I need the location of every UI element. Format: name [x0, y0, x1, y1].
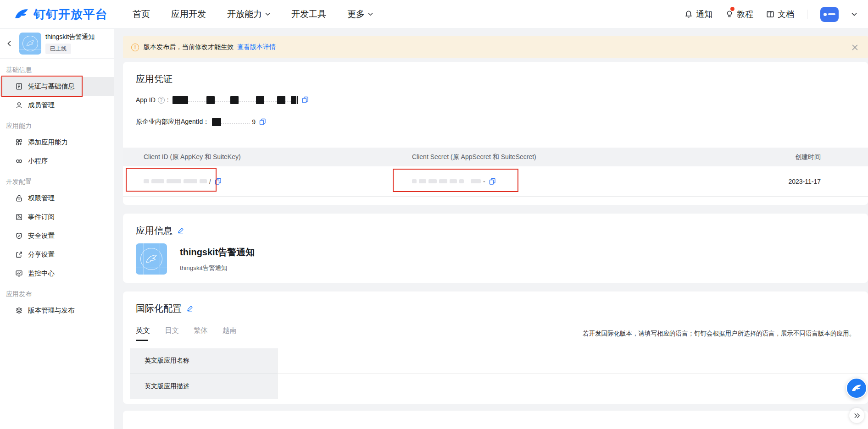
- app-name: thingskit告警通知: [180, 246, 255, 258]
- app-icon-large: [136, 243, 167, 275]
- close-icon: [852, 44, 858, 50]
- client-secret-cell: -: [412, 178, 788, 185]
- english-app-description-value: [278, 374, 868, 399]
- primary-nav: 首页 应用开发 开放能力 开发工具 更多: [133, 8, 373, 20]
- next-card-partial: [123, 411, 868, 429]
- tab-japanese[interactable]: 日文: [165, 326, 179, 341]
- sidebar-item-credentials[interactable]: 凭证与基础信息: [0, 77, 114, 96]
- sidebar-item-security[interactable]: 安全设置: [0, 226, 114, 245]
- sidebar-item-members[interactable]: 成员管理: [0, 96, 114, 115]
- doc-icon: [766, 10, 774, 18]
- nav-dev-tools[interactable]: 开发工具: [291, 8, 326, 20]
- notifications-button[interactable]: 通知: [684, 9, 712, 20]
- wing-icon: [145, 253, 158, 265]
- edit-pencil-icon: [177, 227, 184, 235]
- client-id-header: Client ID (原 AppKey 和 SuiteKey): [144, 153, 412, 161]
- customer-service-button[interactable]: [846, 378, 867, 399]
- app-description: thingskit告警通知: [180, 264, 255, 272]
- logo-text: 钉钉开放平台: [33, 6, 108, 22]
- nav-right-utils: 通知 教程 文档: [684, 7, 857, 22]
- nav-more[interactable]: 更多: [347, 8, 373, 20]
- sidebar-section-basic-info: 基础信息: [0, 59, 114, 77]
- app-id-row: App ID ? :: [136, 94, 868, 105]
- i18n-config-card: 国际化配置 英文 日文 繁体 越南 若开发国际化版本，请填写相应的语言；钉钉会根…: [123, 292, 868, 404]
- collapse-panel-button[interactable]: [849, 408, 864, 423]
- i18n-row-app-name: 英文版应用名称: [130, 348, 868, 374]
- double-chevron-right-icon: [854, 412, 860, 419]
- version-icon: [15, 307, 23, 314]
- main-content: ! 版本发布后，当前修改才能生效 查看版本详情 应用凭证 App ID ? : …: [114, 29, 868, 429]
- view-version-details-link[interactable]: 查看版本详情: [237, 43, 276, 51]
- copy-client-secret-button[interactable]: [489, 178, 496, 185]
- sidebar-section-dev-config: 开发配置: [0, 170, 114, 189]
- org-avatar[interactable]: [820, 7, 839, 22]
- sidebar: thingskit告警通知 已上线 基础信息 凭证与基础信息 成员管理 应用能力…: [0, 29, 114, 429]
- nav-app-dev[interactable]: 应用开发: [171, 8, 206, 20]
- sidebar-item-add-capability[interactable]: 添加应用能力: [0, 133, 114, 152]
- credentials-table-row: / - 2023-11-17: [123, 166, 868, 197]
- tab-vietnamese[interactable]: 越南: [223, 326, 237, 341]
- language-tabs: 英文 日文 繁体 越南: [136, 326, 237, 341]
- sidebar-app-name: thingskit告警通知: [45, 33, 95, 41]
- tab-traditional-chinese[interactable]: 繁体: [194, 326, 208, 341]
- created-at-header: 创建时间: [795, 153, 821, 161]
- sidebar-item-permissions[interactable]: 权限管理: [0, 189, 114, 208]
- english-app-name-label: 英文版应用名称: [130, 348, 278, 374]
- sidebar-menu: 基础信息 凭证与基础信息 成员管理 应用能力 添加应用能力 小程序 开发配置 权…: [0, 59, 114, 320]
- app-info-card: 应用信息 thingskit告警通知 thingskit告警通知: [123, 214, 868, 283]
- security-icon: [15, 232, 23, 240]
- dingtalk-wing-icon: [14, 8, 29, 21]
- tutorial-button[interactable]: 教程: [725, 9, 753, 20]
- copy-client-id-button[interactable]: [215, 178, 222, 185]
- copy-icon: [215, 178, 222, 185]
- agent-id-row: 原企业内部应用AgentId： 9: [136, 116, 868, 127]
- dingtalk-logo[interactable]: 钉钉开放平台: [14, 6, 108, 22]
- nav-home[interactable]: 首页: [133, 8, 150, 20]
- client-secret-trailing-char: -: [483, 178, 485, 185]
- app-info-title: 应用信息: [136, 225, 855, 237]
- i18n-tabs-row: 英文 日文 繁体 越南 若开发国际化版本，请填写相应的语言；钉钉会根据用户所选择…: [136, 326, 855, 341]
- sidebar-item-version-release[interactable]: 版本管理与发布: [0, 301, 114, 320]
- miniapp-icon: [15, 157, 23, 165]
- client-secret-header: Client Secret (原 AppSecret 和 SuiteSecret…: [412, 153, 795, 161]
- i18n-hint-text: 若开发国际化版本，请填写相应的语言；钉钉会根据用户所选择的语言，展示不同语言版本…: [583, 330, 855, 338]
- i18n-title: 国际化配置: [123, 302, 868, 315]
- dingtalk-wing-icon: [851, 384, 862, 393]
- credentials-title: 应用凭证: [123, 73, 868, 85]
- edit-app-info-button[interactable]: [177, 227, 184, 235]
- sidebar-item-share-settings[interactable]: 分享设置: [0, 245, 114, 264]
- help-icon[interactable]: ?: [158, 97, 165, 104]
- client-id-trailing-char: /: [209, 178, 211, 185]
- app-icon: [19, 33, 41, 55]
- edit-pencil-icon: [186, 305, 194, 313]
- back-button[interactable]: [4, 34, 15, 53]
- sidebar-section-release: 应用发布: [0, 283, 114, 301]
- copy-icon: [489, 178, 496, 185]
- notification-red-dot: [730, 7, 734, 11]
- bell-icon: [684, 10, 693, 18]
- copy-icon: [259, 118, 266, 126]
- avatar-chevron-down-icon[interactable]: [851, 12, 857, 16]
- client-secret-redacted-value: [412, 179, 481, 183]
- edit-i18n-button[interactable]: [186, 305, 194, 313]
- chevron-down-icon: [368, 12, 373, 16]
- warning-info-icon: !: [131, 44, 139, 51]
- app-status-badge: 已上线: [45, 44, 71, 54]
- avatar-glyph: [828, 13, 835, 15]
- docs-button[interactable]: 文档: [766, 9, 794, 20]
- copy-app-id-button[interactable]: [302, 96, 309, 104]
- sidebar-item-event-subscription[interactable]: 事件订阅: [0, 208, 114, 226]
- english-app-description-label: 英文版应用描述: [130, 374, 278, 399]
- app-id-redacted-value: [172, 96, 298, 104]
- agent-id-redacted-value: [212, 118, 250, 126]
- nav-open-capability[interactable]: 开放能力: [227, 8, 270, 20]
- english-app-name-value: [278, 348, 868, 374]
- nav-divider: [807, 10, 807, 19]
- tab-english[interactable]: 英文: [136, 326, 150, 341]
- banner-close-button[interactable]: [850, 43, 860, 52]
- sidebar-item-monitor-center[interactable]: 监控中心: [0, 264, 114, 283]
- credential-icon: [15, 82, 23, 90]
- sidebar-item-miniapp[interactable]: 小程序: [0, 152, 114, 170]
- member-icon: [15, 101, 23, 109]
- copy-agent-id-button[interactable]: [259, 118, 266, 126]
